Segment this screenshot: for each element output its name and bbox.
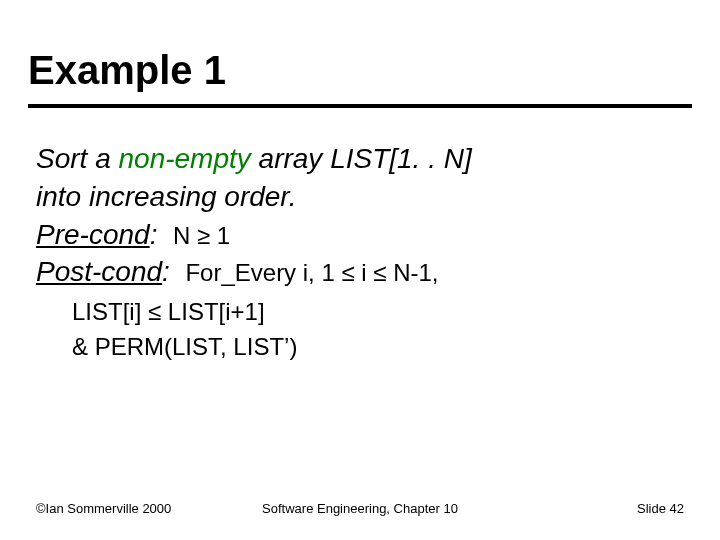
text-array-list: array LIST[1. . N] (251, 143, 472, 174)
precond-line: Pre-cond: N ≥ 1 (36, 216, 676, 254)
slide: Example 1 Sort a non-empty array LIST[1.… (0, 0, 720, 540)
footer-right: Slide 42 (637, 501, 684, 516)
postcond-line: Post-cond: For_Every i, 1 ≤ i ≤ N-1, (36, 253, 676, 291)
postcond-label: Post-cond (36, 256, 162, 287)
title-rule (28, 104, 692, 108)
tail-line-2: & PERM(LIST, LIST’) (72, 330, 676, 365)
footer-slide-number: 42 (670, 501, 684, 516)
precond-colon: : (150, 219, 173, 250)
text-non-empty: non-empty (118, 143, 250, 174)
footer-slide-label: Slide (637, 501, 670, 516)
footer-center: Software Engineering, Chapter 10 (262, 501, 458, 516)
body-line-1: Sort a non-empty array LIST[1. . N] (36, 140, 676, 178)
slide-footer: ©Ian Sommerville 2000 Software Engineeri… (36, 501, 684, 516)
tail-block: LIST[i] ≤ LIST[i+1] & PERM(LIST, LIST’) (72, 295, 676, 365)
precond-value: N ≥ 1 (173, 222, 230, 249)
precond-label: Pre-cond (36, 219, 150, 250)
slide-title: Example 1 (28, 48, 226, 93)
text-sort-a: Sort a (36, 143, 118, 174)
postcond-value: For_Every i, 1 ≤ i ≤ N-1, (185, 259, 438, 286)
slide-body: Sort a non-empty array LIST[1. . N] into… (36, 140, 676, 365)
postcond-colon: : (162, 256, 185, 287)
body-line-2: into increasing order. (36, 178, 676, 216)
footer-left: ©Ian Sommerville 2000 (36, 501, 171, 516)
tail-line-1: LIST[i] ≤ LIST[i+1] (72, 295, 676, 330)
